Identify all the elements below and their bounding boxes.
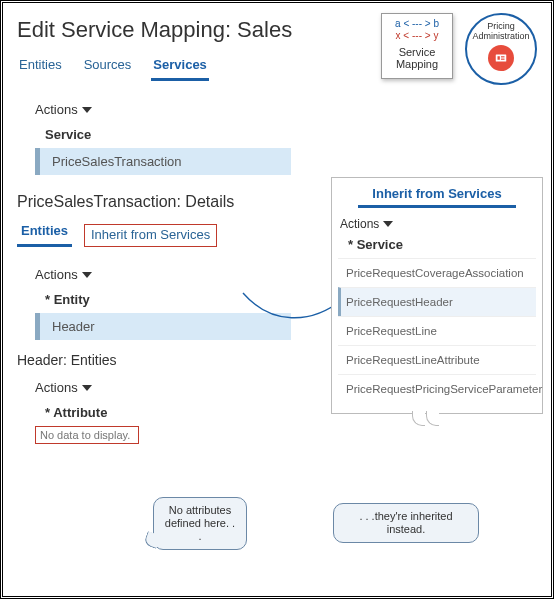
- service-mapping-tile[interactable]: a < --- > b x < --- > y Service Mapping: [381, 13, 453, 79]
- actions-label: Actions: [340, 217, 379, 231]
- entity-row-selected[interactable]: Header: [35, 313, 291, 340]
- actions-label: Actions: [35, 380, 78, 395]
- details-actions-menu[interactable]: Actions: [35, 267, 92, 282]
- chevron-down-icon: [82, 107, 92, 113]
- chevron-down-icon: [383, 221, 393, 227]
- service-row-selected[interactable]: PriceSalesTransaction: [35, 148, 291, 175]
- service-column-header: Service: [21, 123, 551, 148]
- service-mapping-line1: a < --- > b: [382, 18, 452, 30]
- actions-label: Actions: [35, 102, 78, 117]
- inherit-actions-menu[interactable]: Actions: [340, 217, 393, 231]
- inherit-item-0[interactable]: PriceRequestCoverageAssociation: [338, 258, 536, 287]
- header-entities-actions-menu[interactable]: Actions: [35, 380, 92, 395]
- tab-entities[interactable]: Entities: [17, 53, 64, 81]
- subtab-inherit-from-services[interactable]: Inherit from Services: [84, 224, 217, 247]
- inherit-panel-title: Inherit from Services: [358, 186, 516, 208]
- pricing-admin-label: Pricing Administration: [467, 21, 535, 41]
- svg-rect-2: [501, 56, 505, 57]
- service-mapping-label: Service Mapping: [382, 46, 452, 70]
- chevron-down-icon: [82, 272, 92, 278]
- svg-rect-3: [501, 59, 505, 60]
- inherit-item-3[interactable]: PriceRequestLineAttribute: [338, 345, 536, 374]
- svg-rect-0: [496, 55, 507, 62]
- service-mapping-line2: x < --- > y: [382, 30, 452, 42]
- tab-services[interactable]: Services: [151, 53, 209, 81]
- inherit-service-header: * Service: [338, 237, 536, 258]
- inherit-item-4[interactable]: PriceRequestPricingServiceParameter: [338, 374, 536, 403]
- tab-sources[interactable]: Sources: [82, 53, 134, 81]
- subtab-entities[interactable]: Entities: [17, 219, 72, 247]
- inherit-item-1[interactable]: PriceRequestHeader: [338, 287, 536, 316]
- pricing-admin-tile[interactable]: Pricing Administration: [465, 13, 537, 85]
- callout-inherited: . . .they're inherited instead.: [333, 503, 479, 543]
- panel-speech-tail: [412, 411, 448, 427]
- actions-label: Actions: [35, 267, 78, 282]
- pricing-admin-icon: [488, 45, 514, 71]
- inherit-item-2[interactable]: PriceRequestLine: [338, 316, 536, 345]
- services-section: Actions Service PriceSalesTransaction: [21, 94, 551, 175]
- inherit-panel: Inherit from Services Actions * Service …: [331, 177, 543, 414]
- chevron-down-icon: [82, 385, 92, 391]
- svg-rect-1: [498, 56, 500, 60]
- services-actions-menu[interactable]: Actions: [35, 102, 92, 117]
- callout-no-attributes: No attributes defined here. . .: [153, 497, 247, 550]
- no-data-message: No data to display.: [35, 426, 139, 444]
